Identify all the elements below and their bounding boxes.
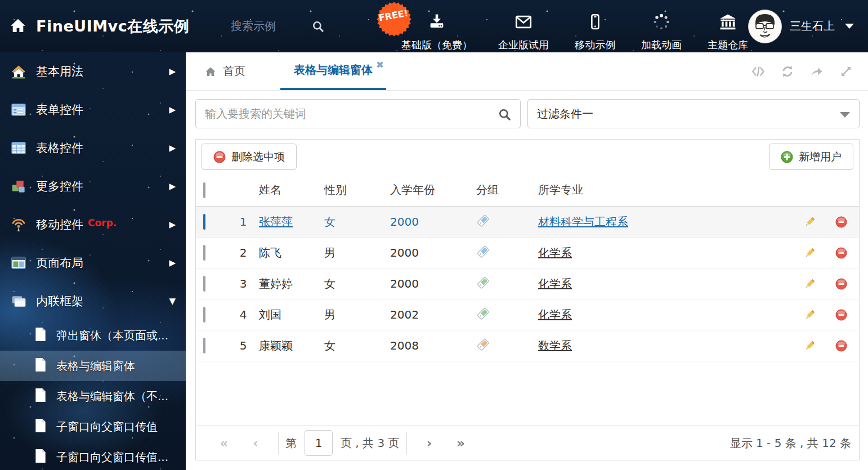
record-summary: 显示 1 - 5 条 , 共 12 条	[730, 436, 851, 451]
nav-theme-repo[interactable]: 主题仓库	[708, 1, 748, 52]
tag-icon	[476, 276, 538, 292]
frames-icon	[9, 293, 28, 310]
table-row[interactable]: 1 张萍萍 女 2000 材料科学与工程系	[196, 207, 859, 238]
select-all-checkbox[interactable]	[203, 182, 205, 198]
grid-panel: 删除选中项 新增用户 姓名 性别 入学年份 分组 所学专业 1 张萍萍 女 20…	[195, 139, 860, 460]
next-page-button[interactable]: ›	[414, 436, 445, 450]
sidebar-item-page-layout[interactable]: 页面布局 ▶	[0, 244, 186, 282]
table-row[interactable]: 2 陈飞 男 2000 化学系	[196, 238, 859, 268]
sidebar-item-form-controls[interactable]: 表单控件 ▶	[0, 91, 186, 129]
major-link[interactable]: 化学系	[538, 277, 572, 290]
tag-icon	[476, 338, 538, 354]
chevron-down-icon	[840, 112, 850, 118]
delete-button[interactable]	[823, 216, 859, 228]
delete-button[interactable]	[823, 309, 859, 321]
student-name-link[interactable]: 康颖颖	[259, 339, 293, 352]
first-page-button[interactable]: «	[208, 436, 240, 450]
minus-circle-icon	[213, 151, 226, 163]
page-number-input[interactable]	[305, 430, 333, 456]
table-empty-space	[196, 361, 859, 426]
row-checkbox[interactable]	[203, 276, 205, 292]
major-link[interactable]: 数学系	[538, 339, 572, 352]
minus-circle-icon	[835, 216, 847, 228]
row-checkbox[interactable]	[203, 338, 205, 353]
student-name-link[interactable]: 董婷婷	[259, 277, 293, 290]
divider	[278, 432, 279, 454]
user-menu[interactable]: 三生石上	[748, 10, 868, 43]
nav-enterprise-trial[interactable]: 企业版试用	[498, 1, 549, 52]
tag-icon	[476, 307, 538, 323]
edit-button[interactable]	[796, 309, 823, 321]
nav-mobile-demos[interactable]: 移动示例	[575, 1, 615, 52]
chevron-right-icon: ▶	[169, 66, 176, 77]
table-row[interactable]: 3 董婷婷 女 2000 化学系	[196, 268, 859, 299]
edit-button[interactable]	[796, 340, 823, 352]
table-row[interactable]: 4 刘国 男 2002 化学系	[196, 299, 859, 330]
corp-badge: Corp.	[88, 217, 117, 229]
close-icon[interactable]: ✖	[376, 59, 384, 70]
student-name-link[interactable]: 陈飞	[259, 246, 281, 259]
filter-row: 输入要搜索的关键词 过滤条件一	[186, 91, 868, 128]
phone-icon	[585, 12, 605, 34]
avatar	[748, 10, 782, 43]
sidebar-item-more-controls[interactable]: 更多控件 ▶	[0, 167, 186, 205]
major-link[interactable]: 化学系	[538, 308, 572, 321]
delete-button[interactable]	[823, 247, 859, 259]
major-link[interactable]: 材料科学与工程系	[538, 215, 628, 229]
home-tab-icon	[204, 65, 217, 78]
delete-button[interactable]	[823, 340, 859, 352]
row-checkbox[interactable]	[203, 214, 205, 230]
student-name-link[interactable]: 刘国	[259, 308, 281, 321]
major-link[interactable]: 化学系	[538, 246, 572, 259]
search-icon[interactable]	[497, 107, 512, 124]
sidebar-item-mobile-controls[interactable]: 移动控件 Corp. ▶	[0, 205, 186, 244]
form-icon	[9, 101, 28, 118]
row-checkbox[interactable]	[203, 307, 205, 323]
edit-button[interactable]	[796, 216, 823, 228]
home-logo-icon	[8, 15, 28, 38]
top-nav: 基础版（免费） 企业版试用 移动示例 加载动画 主题仓库	[401, 1, 748, 52]
table-header: 姓名 性别 入学年份 分组 所学专业	[196, 174, 859, 207]
nav-loading-animations[interactable]: 加载动画	[641, 1, 682, 52]
tab-home[interactable]: 首页	[190, 52, 259, 90]
sidebar-item-basic-usage[interactable]: 基本用法 ▶	[0, 52, 186, 91]
sidebar-item-iframe[interactable]: 内联框架 ▼	[0, 282, 186, 320]
row-checkbox[interactable]	[203, 245, 205, 261]
col-group: 分组	[476, 182, 538, 198]
last-page-button[interactable]: »	[445, 436, 477, 450]
page-icon	[34, 418, 47, 435]
tab-grid-edit-window[interactable]: 表格与编辑窗体 ✖	[280, 52, 386, 90]
share-icon[interactable]	[809, 64, 824, 79]
edit-button[interactable]	[796, 247, 823, 259]
chevron-right-icon: ▶	[169, 258, 176, 268]
edit-button[interactable]	[796, 278, 823, 290]
sidebar-item-grid-controls[interactable]: 表格控件 ▶	[0, 129, 186, 167]
header-search[interactable]: 搜索示例	[231, 19, 352, 34]
tag-icon	[476, 214, 538, 230]
page-prefix: 第	[285, 436, 297, 451]
keyword-search-input[interactable]: 输入要搜索的关键词	[195, 99, 521, 128]
add-user-button[interactable]: 新增用户	[769, 144, 853, 170]
table-row[interactable]: 5 康颖颖 女 2008 数学系	[196, 330, 859, 361]
app-title: FineUIMvc在线示例	[36, 16, 189, 37]
expand-icon[interactable]	[839, 64, 853, 79]
search-icon[interactable]	[311, 19, 325, 34]
page-icon	[34, 388, 47, 405]
prev-page-button[interactable]: ‹	[240, 436, 271, 450]
sidebar-subitem-popup-window[interactable]: 弹出窗体（本页面或...	[0, 320, 186, 351]
delete-selected-button[interactable]: 删除选中项	[202, 144, 297, 170]
sidebar-subitem-child-to-parent[interactable]: 子窗口向父窗口传值	[0, 411, 186, 442]
chevron-down-icon	[845, 24, 854, 29]
refresh-icon[interactable]	[780, 64, 795, 79]
app-logo[interactable]: FineUIMvc在线示例	[0, 15, 231, 38]
sidebar-subitem-child-to-parent-2[interactable]: 子窗口向父窗口传值...	[0, 442, 186, 470]
source-code-icon[interactable]	[751, 64, 766, 79]
tab-toolbar	[751, 52, 868, 90]
sidebar-subitem-grid-edit-window[interactable]: 表格与编辑窗体	[0, 351, 186, 381]
top-header: FineUIMvc在线示例 搜索示例 FREE! 基础版（免费） 企业版试用	[0, 0, 868, 52]
header-search-placeholder: 搜索示例	[231, 19, 276, 34]
student-name-link[interactable]: 张萍萍	[259, 215, 293, 229]
sidebar-subitem-grid-edit-window-2[interactable]: 表格与编辑窗体（不...	[0, 381, 186, 411]
filter-dropdown[interactable]: 过滤条件一	[527, 99, 860, 128]
delete-button[interactable]	[823, 278, 859, 290]
